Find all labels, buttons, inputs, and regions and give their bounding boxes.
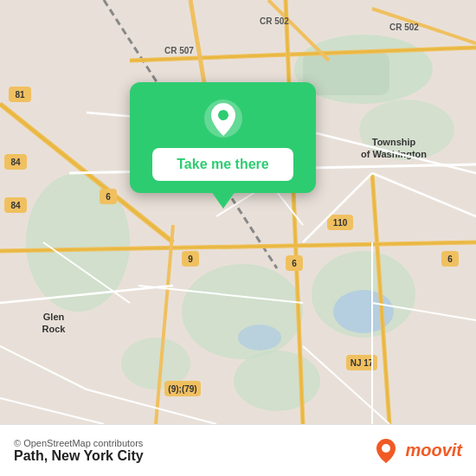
take-me-there-button[interactable]: Take me there — [152, 148, 293, 181]
svg-text:Township: Township — [372, 137, 416, 147]
svg-text:81: 81 — [15, 90, 25, 100]
svg-point-10 — [238, 325, 281, 351]
bottom-bar: © OpenStreetMap contributors Path, New Y… — [0, 424, 476, 476]
osm-credit: © OpenStreetMap contributors — [14, 438, 144, 448]
svg-text:CR 502: CR 502 — [389, 23, 419, 32]
map-container: 81 84 84 6 9 6 110 6 NJ 17 (9);(79) CR 5… — [0, 0, 476, 424]
moovit-logo[interactable]: moovit — [372, 437, 462, 465]
svg-text:Rock: Rock — [42, 324, 67, 334]
svg-text:110: 110 — [333, 218, 348, 228]
svg-point-72 — [382, 444, 390, 453]
bottom-left: © OpenStreetMap contributors Path, New Y… — [14, 438, 144, 464]
svg-text:(9);(79): (9);(79) — [168, 384, 196, 394]
svg-text:Glen: Glen — [43, 312, 65, 322]
svg-text:84: 84 — [10, 158, 21, 167]
moovit-icon — [372, 437, 400, 465]
svg-text:NJ 17: NJ 17 — [351, 358, 374, 368]
svg-point-71 — [218, 110, 228, 120]
svg-text:CR 502: CR 502 — [260, 16, 289, 26]
location-pin-icon — [203, 98, 244, 139]
svg-text:6: 6 — [106, 192, 111, 202]
svg-point-5 — [234, 351, 320, 411]
svg-text:9: 9 — [188, 254, 193, 264]
svg-rect-8 — [303, 52, 389, 95]
moovit-text: moovit — [405, 441, 462, 460]
map-background: 81 84 84 6 9 6 110 6 NJ 17 (9);(79) CR 5… — [0, 0, 476, 424]
svg-text:6: 6 — [292, 259, 297, 268]
svg-text:6: 6 — [447, 254, 453, 264]
svg-text:CR 507: CR 507 — [164, 46, 194, 55]
popup-card: Take me there — [130, 82, 316, 193]
svg-text:84: 84 — [10, 201, 21, 210]
location-label: Path, New York City — [14, 448, 144, 464]
